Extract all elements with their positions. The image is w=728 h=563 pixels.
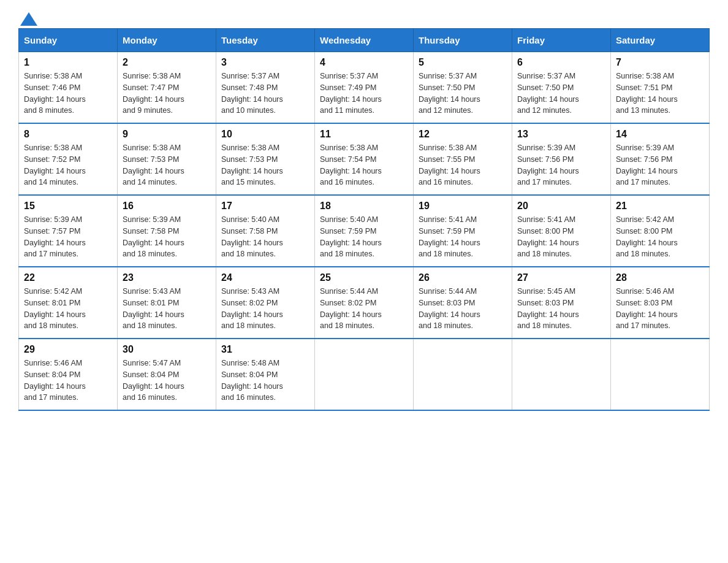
calendar-day-cell: 11Sunrise: 5:38 AMSunset: 7:54 PMDayligh… bbox=[315, 123, 414, 195]
day-info: Sunrise: 5:38 AMSunset: 7:52 PMDaylight:… bbox=[24, 142, 112, 188]
day-number: 17 bbox=[221, 201, 309, 212]
calendar-day-cell: 8Sunrise: 5:38 AMSunset: 7:52 PMDaylight… bbox=[19, 123, 118, 195]
day-info: Sunrise: 5:38 AMSunset: 7:54 PMDaylight:… bbox=[320, 142, 408, 188]
calendar-week-row: 15Sunrise: 5:39 AMSunset: 7:57 PMDayligh… bbox=[19, 195, 710, 267]
calendar-empty-cell bbox=[414, 339, 512, 410]
calendar-day-cell: 25Sunrise: 5:44 AMSunset: 8:02 PMDayligh… bbox=[315, 267, 414, 339]
day-number: 15 bbox=[24, 201, 112, 212]
day-number: 21 bbox=[616, 201, 704, 212]
day-info: Sunrise: 5:48 AMSunset: 8:04 PMDaylight:… bbox=[221, 358, 309, 404]
header-saturday: Saturday bbox=[611, 29, 710, 52]
day-number: 13 bbox=[517, 129, 605, 140]
day-info: Sunrise: 5:38 AMSunset: 7:53 PMDaylight:… bbox=[123, 142, 211, 188]
calendar-empty-cell bbox=[512, 339, 611, 410]
calendar-day-cell: 30Sunrise: 5:47 AMSunset: 8:04 PMDayligh… bbox=[118, 339, 216, 410]
day-info: Sunrise: 5:43 AMSunset: 8:01 PMDaylight:… bbox=[123, 286, 211, 332]
day-info: Sunrise: 5:37 AMSunset: 7:50 PMDaylight:… bbox=[517, 71, 605, 117]
day-info: Sunrise: 5:41 AMSunset: 8:00 PMDaylight:… bbox=[517, 214, 605, 260]
calendar-day-cell: 19Sunrise: 5:41 AMSunset: 7:59 PMDayligh… bbox=[414, 195, 512, 267]
calendar-day-cell: 9Sunrise: 5:38 AMSunset: 7:53 PMDaylight… bbox=[118, 123, 216, 195]
day-number: 11 bbox=[320, 129, 408, 140]
day-number: 10 bbox=[221, 129, 309, 140]
day-number: 5 bbox=[419, 57, 507, 68]
day-number: 9 bbox=[123, 129, 211, 140]
day-info: Sunrise: 5:42 AMSunset: 8:00 PMDaylight:… bbox=[616, 214, 704, 260]
calendar-day-cell: 5Sunrise: 5:37 AMSunset: 7:50 PMDaylight… bbox=[414, 52, 512, 124]
day-info: Sunrise: 5:37 AMSunset: 7:49 PMDaylight:… bbox=[320, 71, 408, 117]
calendar-day-cell: 31Sunrise: 5:48 AMSunset: 8:04 PMDayligh… bbox=[216, 339, 315, 410]
calendar-day-cell: 3Sunrise: 5:37 AMSunset: 7:48 PMDaylight… bbox=[216, 52, 315, 124]
day-info: Sunrise: 5:38 AMSunset: 7:51 PMDaylight:… bbox=[616, 71, 704, 117]
calendar-day-cell: 20Sunrise: 5:41 AMSunset: 8:00 PMDayligh… bbox=[512, 195, 611, 267]
calendar-day-cell: 21Sunrise: 5:42 AMSunset: 8:00 PMDayligh… bbox=[611, 195, 710, 267]
header-tuesday: Tuesday bbox=[216, 29, 315, 52]
calendar-empty-cell bbox=[315, 339, 414, 410]
day-number: 8 bbox=[24, 129, 112, 140]
calendar-day-cell: 24Sunrise: 5:43 AMSunset: 8:02 PMDayligh… bbox=[216, 267, 315, 339]
day-number: 27 bbox=[517, 272, 605, 283]
header-friday: Friday bbox=[512, 29, 611, 52]
day-info: Sunrise: 5:40 AMSunset: 7:59 PMDaylight:… bbox=[320, 214, 408, 260]
day-info: Sunrise: 5:38 AMSunset: 7:53 PMDaylight:… bbox=[221, 142, 309, 188]
day-number: 23 bbox=[123, 272, 211, 283]
day-info: Sunrise: 5:38 AMSunset: 7:55 PMDaylight:… bbox=[419, 142, 507, 188]
day-info: Sunrise: 5:38 AMSunset: 7:47 PMDaylight:… bbox=[123, 71, 211, 117]
calendar-table: SundayMondayTuesdayWednesdayThursdayFrid… bbox=[18, 28, 710, 411]
day-number: 16 bbox=[123, 201, 211, 212]
calendar-week-row: 8Sunrise: 5:38 AMSunset: 7:52 PMDaylight… bbox=[19, 123, 710, 195]
day-info: Sunrise: 5:45 AMSunset: 8:03 PMDaylight:… bbox=[517, 286, 605, 332]
day-info: Sunrise: 5:39 AMSunset: 7:58 PMDaylight:… bbox=[123, 214, 211, 260]
day-info: Sunrise: 5:40 AMSunset: 7:58 PMDaylight:… bbox=[221, 214, 309, 260]
calendar-day-cell: 7Sunrise: 5:38 AMSunset: 7:51 PMDaylight… bbox=[611, 52, 710, 124]
day-info: Sunrise: 5:42 AMSunset: 8:01 PMDaylight:… bbox=[24, 286, 112, 332]
header-sunday: Sunday bbox=[19, 29, 118, 52]
header-thursday: Thursday bbox=[414, 29, 512, 52]
day-number: 12 bbox=[419, 129, 507, 140]
day-number: 1 bbox=[24, 57, 112, 68]
calendar-day-cell: 6Sunrise: 5:37 AMSunset: 7:50 PMDaylight… bbox=[512, 52, 611, 124]
calendar-day-cell: 17Sunrise: 5:40 AMSunset: 7:58 PMDayligh… bbox=[216, 195, 315, 267]
day-number: 30 bbox=[123, 344, 211, 355]
day-info: Sunrise: 5:41 AMSunset: 7:59 PMDaylight:… bbox=[419, 214, 507, 260]
day-info: Sunrise: 5:47 AMSunset: 8:04 PMDaylight:… bbox=[123, 358, 211, 404]
day-info: Sunrise: 5:43 AMSunset: 8:02 PMDaylight:… bbox=[221, 286, 309, 332]
calendar-week-row: 1Sunrise: 5:38 AMSunset: 7:46 PMDaylight… bbox=[19, 52, 710, 124]
day-number: 26 bbox=[419, 272, 507, 283]
day-info: Sunrise: 5:39 AMSunset: 7:56 PMDaylight:… bbox=[517, 142, 605, 188]
day-info: Sunrise: 5:39 AMSunset: 7:57 PMDaylight:… bbox=[24, 214, 112, 260]
calendar-header-row: SundayMondayTuesdayWednesdayThursdayFrid… bbox=[19, 29, 710, 52]
day-number: 31 bbox=[221, 344, 309, 355]
day-number: 14 bbox=[616, 129, 704, 140]
day-number: 7 bbox=[616, 57, 704, 68]
logo bbox=[18, 12, 37, 22]
day-info: Sunrise: 5:37 AMSunset: 7:50 PMDaylight:… bbox=[419, 71, 507, 117]
day-info: Sunrise: 5:44 AMSunset: 8:02 PMDaylight:… bbox=[320, 286, 408, 332]
day-number: 29 bbox=[24, 344, 112, 355]
day-number: 19 bbox=[419, 201, 507, 212]
day-number: 20 bbox=[517, 201, 605, 212]
calendar-day-cell: 13Sunrise: 5:39 AMSunset: 7:56 PMDayligh… bbox=[512, 123, 611, 195]
day-number: 24 bbox=[221, 272, 309, 283]
day-number: 3 bbox=[221, 57, 309, 68]
page-header bbox=[18, 12, 710, 22]
calendar-day-cell: 29Sunrise: 5:46 AMSunset: 8:04 PMDayligh… bbox=[19, 339, 118, 410]
calendar-week-row: 22Sunrise: 5:42 AMSunset: 8:01 PMDayligh… bbox=[19, 267, 710, 339]
calendar-day-cell: 12Sunrise: 5:38 AMSunset: 7:55 PMDayligh… bbox=[414, 123, 512, 195]
calendar-day-cell: 16Sunrise: 5:39 AMSunset: 7:58 PMDayligh… bbox=[118, 195, 216, 267]
calendar-day-cell: 26Sunrise: 5:44 AMSunset: 8:03 PMDayligh… bbox=[414, 267, 512, 339]
day-info: Sunrise: 5:39 AMSunset: 7:56 PMDaylight:… bbox=[616, 142, 704, 188]
calendar-day-cell: 1Sunrise: 5:38 AMSunset: 7:46 PMDaylight… bbox=[19, 52, 118, 124]
calendar-day-cell: 22Sunrise: 5:42 AMSunset: 8:01 PMDayligh… bbox=[19, 267, 118, 339]
day-info: Sunrise: 5:46 AMSunset: 8:04 PMDaylight:… bbox=[24, 358, 112, 404]
calendar-day-cell: 14Sunrise: 5:39 AMSunset: 7:56 PMDayligh… bbox=[611, 123, 710, 195]
calendar-day-cell: 28Sunrise: 5:46 AMSunset: 8:03 PMDayligh… bbox=[611, 267, 710, 339]
day-number: 25 bbox=[320, 272, 408, 283]
header-monday: Monday bbox=[118, 29, 216, 52]
calendar-day-cell: 27Sunrise: 5:45 AMSunset: 8:03 PMDayligh… bbox=[512, 267, 611, 339]
day-number: 2 bbox=[123, 57, 211, 68]
calendar-day-cell: 15Sunrise: 5:39 AMSunset: 7:57 PMDayligh… bbox=[19, 195, 118, 267]
day-number: 22 bbox=[24, 272, 112, 283]
day-info: Sunrise: 5:38 AMSunset: 7:46 PMDaylight:… bbox=[24, 71, 112, 117]
calendar-day-cell: 23Sunrise: 5:43 AMSunset: 8:01 PMDayligh… bbox=[118, 267, 216, 339]
calendar-week-row: 29Sunrise: 5:46 AMSunset: 8:04 PMDayligh… bbox=[19, 339, 710, 410]
